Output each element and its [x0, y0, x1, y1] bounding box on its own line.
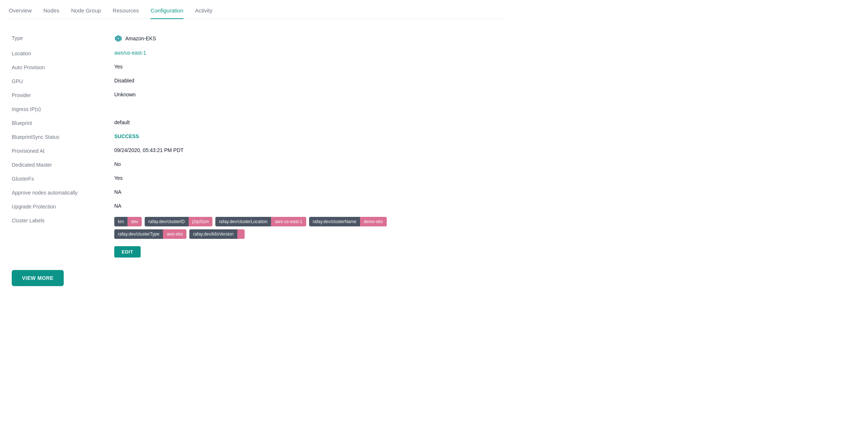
provider-value: Unknown	[114, 92, 136, 97]
upgrade-protection-label: Upgrade Protection	[12, 203, 114, 210]
blueprint-row: Blueprint default	[12, 116, 501, 130]
glusterfs-value: Yes	[114, 175, 123, 181]
labels-line-1: kmdevrafay.dev/clusterIDj2qo5zmrafay.dev…	[114, 217, 387, 226]
tag-key: rafay.dev/clusterLocation	[215, 217, 271, 226]
gpu-row: GPU Disabled	[12, 74, 501, 88]
blueprint-sync-value: SUCCESS	[114, 133, 139, 139]
label-tag: rafay.dev/clusterNamedemo-eks	[309, 217, 387, 226]
provisioned-at-value: 09/24/2020, 05:43:21 PM PDT	[114, 147, 183, 153]
type-value: Amazon-EKS	[114, 34, 156, 42]
tag-key: km	[114, 217, 127, 226]
label-tag: rafay.dev/clusterLocationaws-us-east-1	[215, 217, 306, 226]
tag-key: rafay.dev/k8sVersion	[189, 229, 237, 239]
configuration-content: Type Amazon-EKS Location aws/us-east-1 A…	[9, 19, 504, 298]
cluster-labels-label: Cluster Labels	[12, 217, 114, 223]
approve-nodes-label: Approve nodes automatically	[12, 189, 114, 196]
tab-node-group[interactable]: Node Group	[71, 7, 101, 19]
label-tag: kmdev	[114, 217, 142, 226]
upgrade-protection-row: Upgrade Protection NA	[12, 199, 501, 213]
tab-nodes[interactable]: Nodes	[44, 7, 59, 19]
gpu-value: Disabled	[114, 78, 134, 84]
auto-provision-row: Auto Provision Yes	[12, 60, 501, 74]
tag-key: rafay.dev/clusterName	[309, 217, 360, 226]
labels-line-2: rafay.dev/clusterTypeaws-eksrafay.dev/k8…	[114, 229, 245, 239]
tab-overview[interactable]: Overview	[9, 7, 32, 19]
type-row: Type Amazon-EKS	[12, 31, 501, 46]
glusterfs-label: GlusterFs	[12, 175, 114, 182]
edit-button[interactable]: EDIT	[114, 246, 141, 258]
ingress-label: Ingress IP(s)	[12, 106, 114, 112]
svg-point-2	[118, 38, 119, 39]
blueprint-sync-label: BlueprintSync Status	[12, 133, 114, 140]
blueprint-label: Blueprint	[12, 119, 114, 126]
cluster-labels-row: Cluster Labels kmdevrafay.dev/clusterIDj…	[12, 213, 501, 261]
dedicated-master-value: No	[114, 161, 121, 167]
auto-provision-label: Auto Provision	[12, 64, 114, 70]
gpu-label: GPU	[12, 78, 114, 84]
type-label: Type	[12, 34, 114, 41]
type-text: Amazon-EKS	[125, 36, 156, 41]
label-tag: rafay.dev/clusterTypeaws-eks	[114, 229, 186, 239]
view-more-button[interactable]: VIEW MORE	[12, 270, 64, 286]
nav-tabs: Overview Nodes Node Group Resources Conf…	[9, 0, 504, 19]
location-row: Location aws/us-east-1	[12, 46, 501, 60]
tag-val: aws-eks	[163, 229, 186, 239]
tag-val: dev	[127, 217, 142, 226]
approve-nodes-row: Approve nodes automatically NA	[12, 185, 501, 199]
tab-activity[interactable]: Activity	[195, 7, 213, 19]
tab-configuration[interactable]: Configuration	[151, 7, 183, 19]
tab-resources[interactable]: Resources	[113, 7, 139, 19]
glusterfs-row: GlusterFs Yes	[12, 171, 501, 185]
provisioned-at-label: Provisioned At	[12, 147, 114, 154]
ingress-row: Ingress IP(s)	[12, 102, 501, 116]
provider-row: Provider Unknown	[12, 88, 501, 102]
tag-key: rafay.dev/clusterType	[114, 229, 163, 239]
provisioned-at-row: Provisioned At 09/24/2020, 05:43:21 PM P…	[12, 144, 501, 158]
dedicated-master-label: Dedicated Master	[12, 161, 114, 168]
dedicated-master-row: Dedicated Master No	[12, 158, 501, 171]
blueprint-sync-row: BlueprintSync Status SUCCESS	[12, 130, 501, 144]
provider-label: Provider	[12, 92, 114, 98]
cluster-labels-value: kmdevrafay.dev/clusterIDj2qo5zmrafay.dev…	[114, 217, 387, 258]
tag-val: j2qo5zm	[189, 217, 212, 226]
tag-val	[237, 229, 245, 239]
label-tag: rafay.dev/clusterIDj2qo5zm	[145, 217, 212, 226]
location-label: Location	[12, 50, 114, 56]
location-value[interactable]: aws/us-east-1	[114, 50, 146, 56]
tag-val: aws-us-east-1	[271, 217, 306, 226]
amazon-eks-icon	[114, 34, 122, 42]
tag-key: rafay.dev/clusterID	[145, 217, 188, 226]
tag-val: demo-eks	[360, 217, 387, 226]
label-tag: rafay.dev/k8sVersion	[189, 229, 245, 239]
approve-nodes-value: NA	[114, 189, 121, 195]
blueprint-value: default	[114, 119, 130, 125]
upgrade-protection-value: NA	[114, 203, 121, 209]
auto-provision-value: Yes	[114, 64, 123, 70]
